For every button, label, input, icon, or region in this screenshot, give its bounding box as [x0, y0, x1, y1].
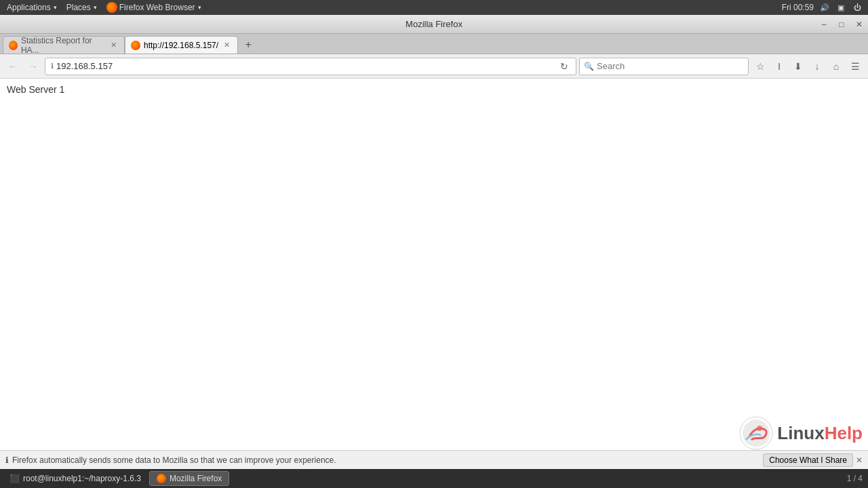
window-controls: – □ ✕: [815, 15, 868, 33]
applications-menu[interactable]: Applications ▾: [3, 1, 61, 14]
maximize-button[interactable]: □: [833, 15, 850, 34]
pocket-button[interactable]: ⬇: [789, 58, 807, 75]
tab-2-label: http://192.168.5.157/: [144, 41, 218, 50]
title-bar: Mozilla Firefox – □ ✕: [0, 15, 868, 34]
page-content: Web Server 1: [0, 79, 868, 451]
close-button[interactable]: ✕: [850, 15, 868, 34]
forward-button[interactable]: →: [24, 58, 42, 75]
taskbar-firefox[interactable]: Mozilla Firefox: [149, 471, 229, 486]
status-message-area: ℹ Firefox automatically sends some data …: [5, 455, 336, 465]
status-bar: ℹ Firefox automatically sends some data …: [0, 450, 868, 469]
pagination: 1 / 4: [847, 474, 865, 483]
security-icon: ℹ: [51, 62, 54, 70]
applications-label: Applications: [7, 3, 51, 12]
speaker-icon[interactable]: 🔊: [819, 2, 830, 13]
nav-bar: ← → ℹ 192.168.5.157 ↻ 🔍 ☆ Ⅰ ⬇ ↓ ⌂ ☰: [0, 54, 868, 79]
tab-2-icon: [131, 41, 140, 50]
places-menu[interactable]: Places ▾: [62, 1, 101, 14]
svg-point-1: [757, 426, 762, 431]
browser-window: Mozilla Firefox – □ ✕ Statistics Report …: [0, 15, 868, 79]
linuxhelp-text: LinuxHelp: [777, 423, 863, 444]
reload-button[interactable]: ↻: [558, 61, 570, 72]
tab-2[interactable]: http://192.168.5.157/ ✕: [125, 36, 238, 54]
page-heading: Web Server 1: [7, 84, 861, 95]
status-right: Choose What I Share ✕: [763, 453, 863, 467]
nav-right-icons: ☆ Ⅰ ⬇ ↓ ⌂ ☰: [751, 58, 864, 75]
tab-1-icon: [9, 41, 18, 50]
clock: Fri 00:59: [782, 3, 814, 12]
terminal-icon: ⬛: [9, 474, 20, 483]
linuxhelp-logo: [739, 416, 773, 450]
terminal-label: root@linuxhelp1:~/haproxy-1.6.3: [23, 474, 141, 483]
search-icon: 🔍: [584, 62, 594, 71]
tab-1-label: Statistics Report for HA...: [21, 36, 105, 55]
minimize-button[interactable]: –: [815, 15, 833, 34]
browser-arrow: ▾: [198, 4, 201, 11]
url-text: 192.168.5.157: [56, 61, 555, 71]
taskbar: ⬛ root@linuxhelp1:~/haproxy-1.6.3 Mozill…: [0, 469, 868, 488]
search-bar[interactable]: 🔍: [579, 58, 749, 75]
home-button[interactable]: ⌂: [827, 58, 845, 75]
watermark: LinuxHelp: [739, 416, 863, 450]
reader-view-button[interactable]: Ⅰ: [770, 58, 788, 75]
firefox-taskbar-label: Mozilla Firefox: [170, 474, 222, 483]
tab-1[interactable]: Statistics Report for HA... ✕: [3, 36, 125, 54]
browser-menu[interactable]: Firefox Web Browser ▾: [102, 1, 205, 14]
menu-button[interactable]: ☰: [846, 58, 864, 75]
window-title: Mozilla Firefox: [406, 19, 462, 29]
tab-bar: Statistics Report for HA... ✕ http://192…: [0, 34, 868, 54]
taskbar-terminal[interactable]: ⬛ root@linuxhelp1:~/haproxy-1.6.3: [3, 471, 148, 486]
tab-2-close[interactable]: ✕: [222, 40, 232, 50]
browser-label: Firefox Web Browser: [119, 3, 195, 12]
firefox-taskbar-icon: [157, 474, 166, 483]
status-close-button[interactable]: ✕: [856, 455, 863, 465]
applications-arrow: ▾: [54, 4, 57, 11]
firefox-icon: [106, 2, 117, 13]
address-bar[interactable]: ℹ 192.168.5.157 ↻: [45, 58, 576, 75]
search-input[interactable]: [597, 61, 744, 71]
new-tab-button[interactable]: +: [241, 37, 256, 52]
bookmark-star-button[interactable]: ☆: [751, 58, 769, 75]
os-menubar-left: Applications ▾ Places ▾ Firefox Web Brow…: [3, 1, 205, 14]
choose-what-i-share-button[interactable]: Choose What I Share: [763, 453, 853, 467]
network-icon[interactable]: ▣: [835, 2, 846, 13]
status-message: Firefox automatically sends some data to…: [12, 455, 336, 465]
os-menubar: Applications ▾ Places ▾ Firefox Web Brow…: [0, 0, 868, 15]
back-button[interactable]: ←: [4, 58, 22, 75]
tab-1-close[interactable]: ✕: [108, 40, 119, 50]
power-icon[interactable]: ⏻: [852, 2, 863, 13]
places-arrow: ▾: [94, 4, 97, 11]
os-menubar-right: Fri 00:59 🔊 ▣ ⏻: [782, 2, 865, 13]
places-label: Places: [66, 3, 91, 12]
downloads-button[interactable]: ↓: [808, 58, 826, 75]
info-icon: ℹ: [5, 455, 9, 465]
